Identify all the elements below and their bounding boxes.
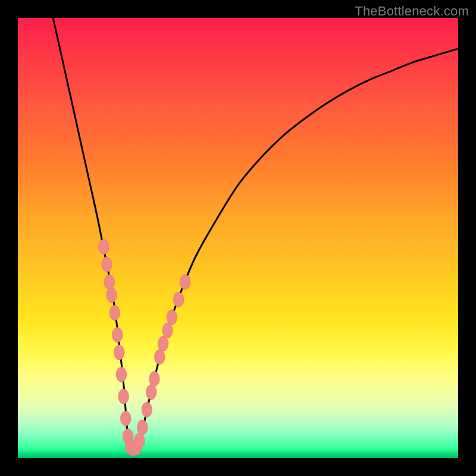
data-marker (167, 310, 177, 325)
bottleneck-curve (53, 18, 458, 451)
data-marker (116, 367, 127, 382)
data-marker (142, 402, 152, 417)
data-marker (180, 274, 190, 289)
chart-svg (18, 18, 458, 458)
data-marker (134, 433, 145, 448)
data-marker (137, 420, 148, 435)
data-marker (158, 336, 168, 351)
data-marker (149, 371, 160, 386)
data-marker (114, 345, 124, 360)
data-marker (162, 323, 173, 338)
data-marker (154, 349, 165, 364)
data-marker (120, 411, 131, 426)
data-marker (146, 384, 156, 399)
data-marker (102, 257, 112, 272)
plot-area (18, 18, 458, 458)
watermark-text: TheBottleneck.com (355, 4, 469, 19)
data-marker (109, 305, 120, 320)
data-marker (98, 239, 109, 254)
outer-frame: TheBottleneck.com (0, 0, 476, 476)
data-markers (98, 239, 190, 456)
data-marker (118, 389, 129, 404)
data-marker (104, 274, 115, 289)
data-marker (112, 327, 123, 342)
data-marker (173, 292, 184, 307)
data-marker (107, 288, 117, 303)
